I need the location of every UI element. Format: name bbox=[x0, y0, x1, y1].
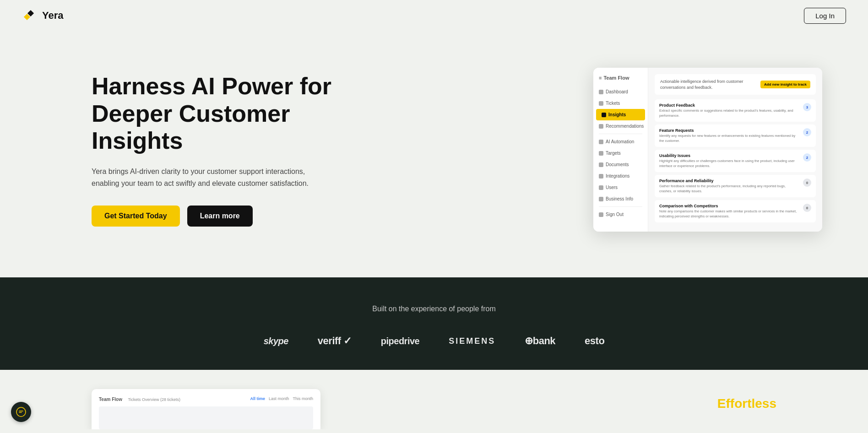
bottom-app-preview: Team Flow Tickets Overview (28 tickets) … bbox=[92, 389, 320, 429]
insight-item-competitors: Comparison with Competitors Note any com… bbox=[655, 200, 816, 222]
insight-item-product-feedback: Product Feedback Extract specific commen… bbox=[655, 99, 816, 122]
sidebar-item-business-info[interactable]: Business Info bbox=[593, 193, 648, 205]
preview-tabs: All time Last month This month bbox=[250, 396, 313, 401]
insight-desc: Gather feedback related to the product's… bbox=[659, 184, 799, 194]
insight-title: Performance and Reliability bbox=[659, 179, 799, 183]
business-icon bbox=[599, 197, 603, 201]
sidebar-item-sign-out[interactable]: Sign Out bbox=[593, 209, 648, 220]
insight-badge: 2 bbox=[803, 153, 811, 162]
sidebar-item-insights[interactable]: Insights bbox=[596, 109, 645, 120]
sign-out-icon bbox=[599, 212, 603, 217]
panel-header: Actionable intelligence derived from cus… bbox=[655, 74, 816, 95]
app-sidebar: ≡ Team Flow Dashboard Tickets Insights bbox=[593, 68, 648, 232]
insight-item-performance: Performance and Reliability Gather feedb… bbox=[655, 175, 816, 197]
esto-logo: esto bbox=[585, 335, 604, 347]
siemens-logo: SIEMENS bbox=[449, 336, 495, 346]
chat-icon[interactable] bbox=[11, 402, 31, 422]
sidebar-item-recommendations[interactable]: Recommendations bbox=[593, 120, 648, 132]
insight-badge: 0 bbox=[803, 179, 811, 187]
recommendations-icon bbox=[599, 124, 603, 129]
svg-point-2 bbox=[16, 407, 26, 417]
logo-icon bbox=[22, 7, 38, 24]
bottom-strip: Team Flow Tickets Overview (28 tickets) … bbox=[0, 370, 868, 429]
effortless-label: Effortless bbox=[717, 396, 776, 411]
login-button[interactable]: Log In bbox=[804, 8, 846, 24]
sidebar-divider bbox=[599, 134, 642, 134]
documents-icon bbox=[599, 162, 603, 167]
insight-title: Usability Issues bbox=[659, 153, 799, 158]
logo[interactable]: Yera bbox=[22, 7, 64, 24]
header: Yera Log In bbox=[0, 0, 868, 31]
hero-buttons: Get Started Today Learn more bbox=[92, 206, 339, 227]
integrations-icon bbox=[599, 174, 603, 179]
sidebar-item-integrations[interactable]: Integrations bbox=[593, 170, 648, 182]
dashboard-icon bbox=[599, 90, 603, 94]
sidebar-item-ai-automation[interactable]: AI Automation bbox=[593, 136, 648, 147]
hero-section: Harness AI Power for Deeper Customer Ins… bbox=[0, 31, 868, 277]
insight-badge: 3 bbox=[803, 103, 811, 111]
add-insight-button[interactable]: Add new insight to track bbox=[760, 81, 810, 88]
preview-chart-placeholder bbox=[99, 406, 313, 429]
sidebar-menu-icon: ≡ bbox=[599, 75, 602, 81]
panel-header-text: Actionable intelligence derived from cus… bbox=[660, 79, 752, 90]
preview-header: Team Flow Tickets Overview (28 tickets) … bbox=[99, 395, 313, 403]
tab-last-month[interactable]: Last month bbox=[269, 396, 289, 401]
sidebar-item-documents[interactable]: Documents bbox=[593, 159, 648, 170]
veriff-logo: veriff ✓ bbox=[318, 335, 352, 347]
insight-title: Product Feedback bbox=[659, 103, 799, 108]
preview-app-title: Team Flow bbox=[99, 397, 122, 402]
insight-badge: 2 bbox=[803, 128, 811, 136]
main-panel: Actionable intelligence derived from cus… bbox=[648, 68, 822, 232]
sidebar-item-dashboard[interactable]: Dashboard bbox=[593, 86, 648, 97]
chat-svg-icon bbox=[16, 406, 27, 417]
hero-subtitle: Yera brings AI-driven clarity to your cu… bbox=[92, 166, 311, 189]
sidebar-divider-2 bbox=[599, 206, 642, 207]
users-icon bbox=[599, 185, 603, 190]
insight-desc: Note any comparisons the customer makes … bbox=[659, 209, 799, 219]
sidebar-item-tickets[interactable]: Tickets bbox=[593, 97, 648, 109]
logo-text: Yera bbox=[42, 10, 64, 22]
hero-title: Harness AI Power for Deeper Customer Ins… bbox=[92, 73, 339, 155]
insights-icon bbox=[602, 113, 606, 117]
learn-more-button[interactable]: Learn more bbox=[187, 206, 253, 227]
preview-subtitle: Tickets Overview (28 tickets) bbox=[128, 397, 180, 402]
app-preview: ≡ Team Flow Dashboard Tickets Insights bbox=[593, 68, 822, 232]
logos-row: skype veriff ✓ pipedrive SIEMENS ⊕bank e… bbox=[22, 335, 846, 347]
tickets-icon bbox=[599, 101, 603, 106]
get-started-button[interactable]: Get Started Today bbox=[92, 206, 180, 227]
skype-logo: skype bbox=[264, 336, 288, 346]
ai-automation-icon bbox=[599, 140, 603, 144]
tab-all-time[interactable]: All time bbox=[250, 396, 265, 401]
sidebar-brand: ≡ Team Flow bbox=[593, 75, 648, 86]
insight-item-usability: Usability Issues Highlight any difficult… bbox=[655, 150, 816, 172]
dark-section: Built on the experience of people from s… bbox=[0, 277, 868, 370]
insight-badge: 0 bbox=[803, 204, 811, 212]
app-window: ≡ Team Flow Dashboard Tickets Insights bbox=[593, 68, 822, 232]
targets-icon bbox=[599, 151, 603, 156]
sidebar-item-users[interactable]: Users bbox=[593, 182, 648, 193]
hero-content: Harness AI Power for Deeper Customer Ins… bbox=[92, 73, 339, 227]
insight-desc: Extract specific comments or suggestions… bbox=[659, 108, 799, 118]
insight-title: Comparison with Competitors bbox=[659, 204, 799, 208]
insight-desc: Identify any requests for new features o… bbox=[659, 134, 799, 143]
tab-this-month[interactable]: This month bbox=[293, 396, 313, 401]
effortless-section: Effortless bbox=[717, 396, 776, 429]
insight-title: Feature Requests bbox=[659, 128, 799, 133]
insight-item-feature-requests: Feature Requests Identify any requests f… bbox=[655, 124, 816, 147]
inbank-logo: ⊕bank bbox=[525, 335, 555, 347]
pipedrive-logo: pipedrive bbox=[381, 336, 419, 346]
insight-desc: Highlight any difficulties or challenges… bbox=[659, 159, 799, 168]
sidebar-item-targets[interactable]: Targets bbox=[593, 147, 648, 159]
dark-section-tagline: Built on the experience of people from bbox=[22, 305, 846, 313]
